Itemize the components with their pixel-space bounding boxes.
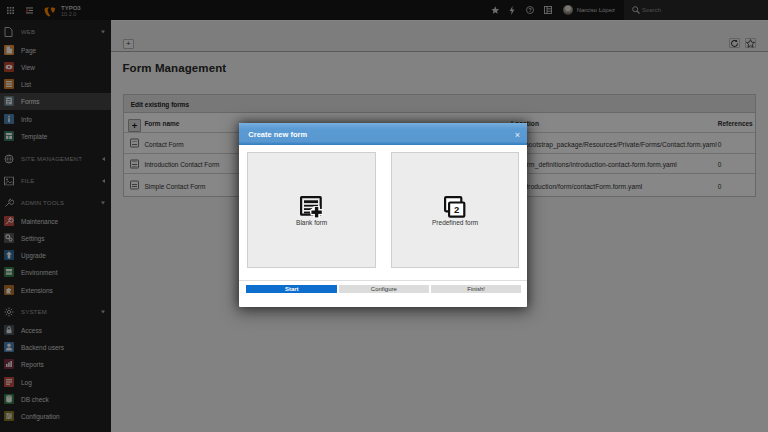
svg-text:2: 2 <box>454 204 459 215</box>
